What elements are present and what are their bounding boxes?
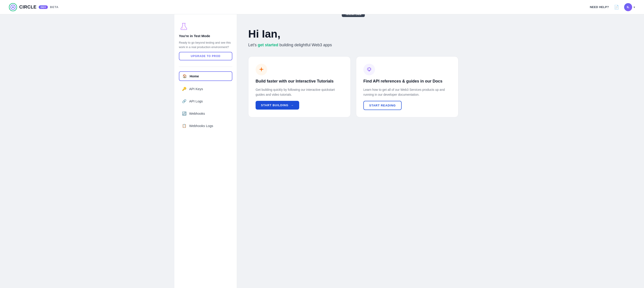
sidebar-item-api-logs[interactable]: 🔗 API Logs (179, 97, 232, 106)
nav-label-api-logs: API Logs (189, 99, 203, 103)
api-keys-icon: 🔑 (182, 87, 186, 91)
svg-point-6 (368, 68, 370, 70)
header-right-group: NEED HELP? 📄 IL ▾ (590, 3, 635, 11)
svg-point-4 (182, 28, 183, 28)
sidebar-item-webhooks-logs[interactable]: 📋 Webhooks Logs (179, 122, 232, 130)
flask-icon (179, 22, 189, 31)
svg-point-2 (12, 6, 14, 8)
upgrade-to-prod-button[interactable]: UPGRADE TO PROD (179, 52, 232, 60)
beta-label: BETA (50, 5, 58, 9)
nav-label-api-keys: API Keys (189, 87, 203, 91)
sidebar-item-home[interactable]: 🏠 Home (179, 71, 232, 81)
webhooks-icon: 🔄 (182, 111, 186, 116)
tutorials-card: Build faster with our Interactive Tutori… (248, 56, 350, 118)
docs-card-icon-wrapper (363, 64, 375, 75)
arrow-icon: → (291, 104, 294, 107)
sidebar-item-webhooks[interactable]: 🔄 Webhooks (179, 109, 232, 118)
webhooks-logs-icon: 📋 (182, 124, 186, 128)
user-avatar[interactable]: IL (624, 3, 632, 11)
subtitle-before: Let's (248, 43, 258, 47)
docs-card: Find API references & guides in our Docs… (356, 56, 458, 118)
nav-label-webhooks-logs: Webhooks Logs (189, 124, 213, 128)
get-started-link[interactable]: get started (258, 43, 278, 47)
logo-text: CIRCLE (19, 4, 36, 10)
tutorials-card-title: Build faster with our Interactive Tutori… (256, 79, 343, 84)
need-help-link[interactable]: NEED HELP? (590, 5, 609, 9)
welcome-title: Hi Ian, (248, 28, 458, 40)
subtitle-after: building delightful Web3 apps (278, 43, 332, 47)
document-icon[interactable]: 📄 (613, 4, 620, 10)
start-reading-label: START READING (369, 104, 396, 107)
home-icon: 🏠 (182, 74, 187, 78)
avatar-chevron-icon[interactable]: ▾ (634, 5, 635, 9)
welcome-subtitle: Let's get started building delightful We… (248, 43, 458, 48)
test-mode-description: Ready to go beyond testing and see this … (179, 40, 232, 49)
sidebar-item-api-keys[interactable]: 🔑 API Keys (179, 84, 232, 93)
api-logs-icon: 🔗 (182, 99, 186, 103)
nav-label-webhooks: Webhooks (189, 112, 205, 116)
main-content: Testnet Data Hi Ian, Let's get started b… (237, 14, 470, 288)
test-mode-section: You're in Test Mode Ready to go beyond t… (179, 22, 232, 60)
test-mode-title: You're in Test Mode (179, 34, 210, 38)
docs-card-desc: Learn how to get all of our Web3 Service… (363, 87, 451, 97)
tutorials-card-icon-wrapper (256, 64, 267, 75)
circle-logo-icon (9, 3, 17, 11)
tutorials-card-desc: Get building quickly by following our in… (256, 87, 343, 97)
sidebar: You're in Test Mode Ready to go beyond t… (174, 14, 237, 288)
start-reading-button[interactable]: START READING (363, 101, 402, 110)
start-building-button[interactable]: START BUILDING → (256, 101, 299, 110)
start-building-label: START BUILDING (261, 104, 288, 107)
main-layout: You're in Test Mode Ready to go beyond t… (166, 14, 478, 288)
nav-label-home: Home (190, 74, 199, 78)
dev-badge: DEV (39, 5, 48, 9)
docs-card-title: Find API references & guides in our Docs (363, 79, 451, 84)
cards-grid: Build faster with our Interactive Tutori… (248, 56, 458, 118)
header: CIRCLE DEV BETA NEED HELP? 📄 IL ▾ (0, 0, 644, 14)
svg-point-5 (184, 28, 185, 28)
lightbulb-icon (366, 66, 372, 73)
sparkle-icon (258, 66, 264, 73)
header-logo-group: CIRCLE DEV BETA (9, 3, 58, 11)
